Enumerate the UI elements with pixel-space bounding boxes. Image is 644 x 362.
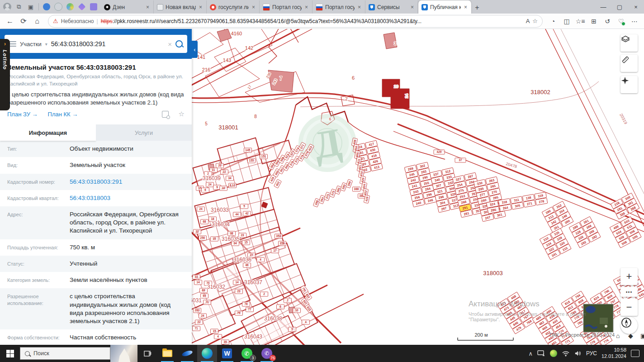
photos-app[interactable] bbox=[177, 345, 197, 362]
volume-icon[interactable] bbox=[574, 350, 582, 357]
language-indicator[interactable]: РУС bbox=[586, 350, 597, 357]
parcel-cell[interactable]: 68 bbox=[201, 219, 208, 224]
parcel-cell[interactable]: 71 bbox=[204, 300, 211, 305]
word-app[interactable]: W bbox=[217, 345, 237, 362]
extension-color-icon[interactable] bbox=[65, 1, 76, 12]
parcel-cell[interactable]: 37 bbox=[455, 158, 466, 162]
copilot-icon[interactable]: ◔ bbox=[547, 15, 559, 27]
taskbar-search[interactable]: Поиск bbox=[20, 347, 110, 360]
url-text[interactable]: https://pkk.rosreestr.ru/#/search/51.223… bbox=[101, 18, 523, 24]
history-icon[interactable]: ↺ bbox=[601, 15, 613, 27]
favorites-icon[interactable]: ☆≡ bbox=[574, 15, 586, 27]
parcel-strip[interactable]: 2693022452832422902412552432842562992402… bbox=[404, 162, 436, 207]
parcel-cell[interactable]: 5 bbox=[241, 204, 248, 209]
search-input[interactable]: 56:43:0318003:291 bbox=[51, 40, 165, 48]
antivirus-tray-icon[interactable] bbox=[550, 350, 557, 357]
home-footer-icon[interactable]: ⌂ bbox=[616, 332, 620, 339]
tray-expand-icon[interactable]: ∧ bbox=[528, 350, 533, 357]
menu-icon[interactable] bbox=[9, 41, 16, 47]
file-explorer-app[interactable] bbox=[157, 345, 177, 362]
map-canvas[interactable]: Д418417401430421419420426422413269302245… bbox=[192, 29, 644, 345]
tab-close-icon[interactable]: × bbox=[198, 4, 203, 10]
back-button[interactable]: ← bbox=[4, 15, 16, 28]
tab-services[interactable]: Услуги bbox=[96, 124, 192, 141]
browser-tab[interactable]: Сервисы× bbox=[365, 0, 418, 14]
parcel-cell[interactable]: 428 bbox=[269, 175, 276, 184]
split-screen-icon[interactable]: ◫ bbox=[561, 15, 573, 27]
reader-mode-icon[interactable]: A bbox=[526, 18, 530, 24]
parcel-cell[interactable]: 402 bbox=[274, 179, 282, 188]
parcel-cell[interactable]: 65 bbox=[201, 294, 208, 298]
task-view-button[interactable] bbox=[137, 345, 157, 362]
compass-button[interactable] bbox=[620, 317, 638, 334]
parcel-cell[interactable]: 14 bbox=[233, 280, 241, 285]
parcel-cell[interactable]: 4 bbox=[214, 334, 222, 339]
parcel-cell[interactable]: 42 bbox=[243, 211, 251, 216]
row-value-link[interactable]: 56:43:0318003:291 bbox=[70, 178, 185, 186]
browser-tab[interactable]: Новая вкладк× bbox=[154, 0, 207, 14]
parcel-cell[interactable]: 33 bbox=[193, 275, 200, 279]
wifi-icon[interactable] bbox=[562, 351, 570, 357]
notification-center-icon[interactable] bbox=[631, 350, 639, 357]
zoom-out-button[interactable]: − bbox=[620, 299, 638, 316]
home-button[interactable]: ⌂ bbox=[31, 15, 43, 28]
tab-close-icon[interactable]: × bbox=[304, 4, 309, 10]
parcel-cell[interactable]: 39 bbox=[222, 340, 229, 344]
new-tab-button[interactable]: + bbox=[471, 2, 483, 14]
taskbar-clock[interactable]: 10:5812.01.2024 bbox=[601, 347, 626, 360]
parcel-cell[interactable]: 5 bbox=[289, 327, 296, 332]
parcel-cell[interactable]: 77 bbox=[246, 307, 254, 312]
search-icon[interactable] bbox=[175, 40, 183, 48]
browser-tab[interactable]: Публичная ка× bbox=[418, 0, 471, 14]
parcel-cell[interactable]: 15 bbox=[211, 329, 218, 333]
tab-close-icon[interactable]: × bbox=[357, 4, 362, 10]
browser-tab[interactable]: госуслуги лич× bbox=[207, 0, 260, 14]
parcel-strip[interactable]: 289361328368326268292282 bbox=[569, 216, 601, 248]
parcel-cell[interactable]: 8,12 bbox=[229, 183, 237, 188]
zoom-in-button[interactable]: + bbox=[620, 268, 638, 285]
doc-search-icon[interactable] bbox=[162, 111, 169, 118]
favorite-star-icon[interactable]: ☆ bbox=[532, 18, 538, 24]
panel-collapse-button[interactable]: ‹ bbox=[192, 41, 198, 58]
parcel-cell[interactable]: 44 bbox=[233, 212, 241, 217]
close-button[interactable]: × bbox=[628, 0, 644, 14]
parcel-cell[interactable]: 6 bbox=[202, 188, 209, 192]
edge-app[interactable] bbox=[197, 345, 217, 362]
lotinfo-extension-ribbon[interactable]: › LotInfo bbox=[0, 39, 10, 110]
parcel-cell[interactable]: 24 bbox=[197, 207, 205, 211]
chevron-down-icon[interactable]: ▾ bbox=[45, 42, 47, 47]
parcel-cell[interactable]: 4 bbox=[257, 257, 265, 262]
sidebar-icon[interactable]: ▣ bbox=[25, 1, 36, 12]
parcel-cell[interactable]: 71 bbox=[193, 326, 200, 331]
extension-blue-icon[interactable] bbox=[41, 1, 52, 12]
extension-diamond-icon[interactable] bbox=[76, 1, 87, 12]
parcel-cell[interactable]: 18 bbox=[209, 217, 217, 221]
browser-tab[interactable]: Дзен× bbox=[101, 0, 154, 14]
viber-app[interactable]: ✆76 bbox=[257, 345, 277, 362]
parcel-cell[interactable]: 79 bbox=[235, 311, 243, 315]
parcel-cell[interactable]: 2 bbox=[284, 298, 292, 303]
workspaces-icon[interactable]: ⧉ bbox=[14, 1, 24, 12]
parcel-cell[interactable]: 353 bbox=[275, 234, 283, 238]
parcel-cell[interactable]: 20 bbox=[216, 163, 224, 168]
parcel-cell[interactable]: 10 bbox=[293, 308, 301, 313]
parcel-cell[interactable]: 24 bbox=[199, 314, 207, 318]
parcel-cell[interactable]: 22 bbox=[195, 320, 203, 324]
cadastral-map[interactable]: Д418417401430421419420426422413269302245… bbox=[192, 29, 644, 345]
layers-button[interactable] bbox=[620, 34, 638, 52]
parcel-cell[interactable]: 34 bbox=[226, 176, 234, 181]
parcel-cell[interactable]: 78 bbox=[242, 302, 250, 306]
parcel-cell[interactable]: 35 bbox=[211, 237, 218, 241]
parcel-cell[interactable]: 22 bbox=[221, 170, 228, 174]
tab-information[interactable]: Информация bbox=[0, 124, 96, 141]
parcel-cell[interactable]: 23 bbox=[235, 289, 243, 294]
row-value-link[interactable]: 56:43:0318003 bbox=[70, 194, 185, 202]
refresh-button[interactable]: ⟳ bbox=[17, 15, 30, 28]
image-layer-footer-icon[interactable]: ▣ bbox=[640, 332, 644, 339]
maximize-button[interactable]: ▢ bbox=[611, 0, 628, 14]
locate-button[interactable] bbox=[620, 76, 638, 93]
parcel-cell[interactable]: 145 bbox=[244, 148, 252, 152]
minimize-button[interactable]: — bbox=[595, 0, 611, 14]
browser-tab[interactable]: Портал госуда× bbox=[313, 0, 365, 14]
plan-kk-link[interactable]: План КК → bbox=[48, 111, 78, 118]
